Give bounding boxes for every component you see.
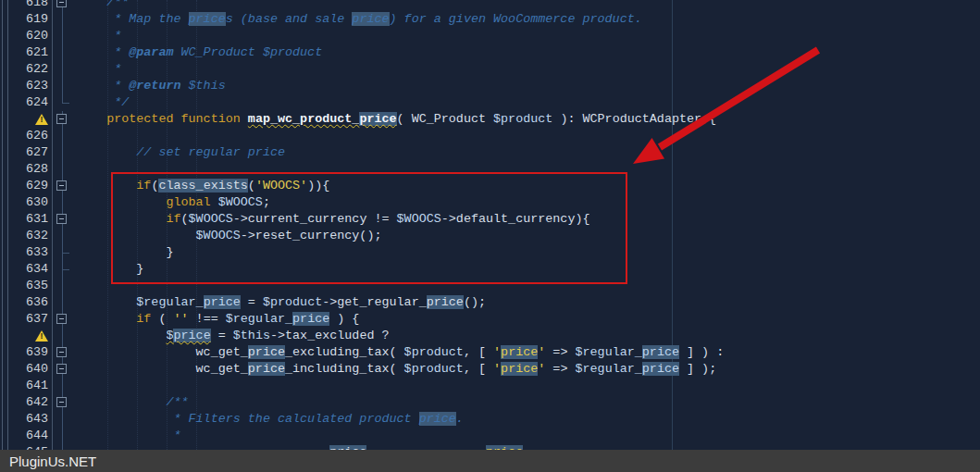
fold-guide <box>53 28 77 44</box>
code-line[interactable]: 644 * <box>0 428 980 444</box>
code-text: /** <box>77 394 189 411</box>
token: price <box>189 12 226 26</box>
token: price <box>248 362 285 376</box>
code-line[interactable]: 619 * Map the prices (base and sale pric… <box>0 11 980 28</box>
token: * <box>77 45 129 59</box>
code-line[interactable]: 627 // set regular price <box>0 144 980 161</box>
fold-guide <box>53 378 77 394</box>
fold-collapse-box-icon[interactable] <box>56 314 67 324</box>
code-line[interactable]: 640 wc_get_price_including_tax( $product… <box>0 361 980 378</box>
fold-collapse-box-icon[interactable] <box>56 180 67 191</box>
token: $this <box>181 79 226 93</box>
fold-guide <box>53 278 77 294</box>
token: price <box>248 345 285 359</box>
token: price <box>419 412 456 426</box>
token: ' <box>493 345 501 359</box>
fold-guide <box>53 94 77 111</box>
token: protected function <box>106 112 248 126</box>
fold-collapse-box-icon[interactable] <box>56 347 67 357</box>
code-text: protected function map_wc_product_price(… <box>77 111 716 128</box>
fold-guide <box>53 328 77 344</box>
watermark-bar: PluginUs.NET <box>0 450 980 472</box>
fold-collapse-box-icon[interactable] <box>56 214 67 224</box>
code-line[interactable]: 643 * Filters the calculated product pri… <box>0 411 980 428</box>
fold-guide <box>53 161 77 178</box>
line-number: 632 <box>9 228 53 244</box>
code-line[interactable]: 621 * @param WC_Product $product <box>0 44 980 61</box>
fold-toggle[interactable] <box>53 178 77 194</box>
token: price <box>352 12 389 26</box>
code-text: $price = $this->tax_excluded ? <box>77 328 390 344</box>
code-line[interactable]: ! $price = $this->tax_excluded ? <box>0 328 980 344</box>
token: price <box>204 295 241 309</box>
token: $regular_ <box>136 295 203 309</box>
code-line[interactable]: 642 /** <box>0 394 980 411</box>
token: ] ); <box>679 362 716 376</box>
fold-toggle[interactable] <box>53 111 77 128</box>
code-line[interactable]: ! protected function map_wc_product_pric… <box>0 111 980 128</box>
fold-toggle[interactable] <box>53 394 77 411</box>
code-text: * <box>77 61 121 78</box>
token: _excluding_tax( <box>285 345 404 359</box>
line-number: 631 <box>9 211 53 228</box>
line-number: 635 <box>9 278 53 294</box>
token: if <box>136 312 151 326</box>
token: ' <box>493 362 501 376</box>
token: * <box>77 62 121 76</box>
line-number: 626 <box>9 128 53 144</box>
code-text: * Filters the calculated product price. <box>77 411 464 428</box>
token: ): WCProductAdapter { <box>552 112 716 126</box>
fold-toggle[interactable] <box>53 0 77 11</box>
line-number: 628 <box>9 161 53 178</box>
code-line[interactable]: 637 if ( '' !== $regular_price ) { <box>0 311 980 328</box>
code-line[interactable]: 624 */ <box>0 94 980 111</box>
code-line[interactable]: 641 <box>0 378 980 394</box>
fold-collapse-box-icon[interactable] <box>56 114 67 124</box>
line-number: 639 <box>9 344 53 361</box>
line-number: 633 <box>9 244 53 261</box>
fold-collapse-box-icon[interactable] <box>56 364 67 374</box>
fold-guide <box>53 11 77 28</box>
line-number: ! <box>9 111 53 128</box>
code-line[interactable]: 623 * @return $this <box>0 78 980 94</box>
token: /** <box>77 395 189 409</box>
code-text: // set regular price <box>77 144 285 161</box>
token: $product <box>263 295 322 309</box>
warning-icon: ! <box>35 114 48 125</box>
token: $product <box>404 345 464 359</box>
line-number: 630 <box>9 194 53 211</box>
line-number: 642 <box>9 394 53 411</box>
token: , [ <box>464 362 493 376</box>
token: * <box>77 29 121 43</box>
fold-collapse-box-icon[interactable] <box>56 0 67 7</box>
code-line[interactable]: 620 * <box>0 28 980 44</box>
line-number: 624 <box>9 94 53 111</box>
fold-toggle[interactable] <box>53 311 77 328</box>
fold-toggle[interactable] <box>53 361 77 378</box>
code-text: wc_get_price_excluding_tax( $product, [ … <box>77 344 724 361</box>
line-number: 634 <box>9 261 53 278</box>
code-line[interactable]: 636 $regular_price = $product->get_regul… <box>0 294 980 311</box>
token: = <box>211 329 233 342</box>
token: $regular_ <box>226 312 292 326</box>
code-text: * Map the prices (base and sale price) f… <box>77 11 642 28</box>
code-line[interactable]: 622 * <box>0 61 980 78</box>
fold-toggle[interactable] <box>53 344 77 361</box>
fold-guide <box>53 244 77 261</box>
token: wc_get_ <box>77 362 248 376</box>
line-number: 627 <box>9 144 53 161</box>
fold-guide <box>53 61 77 78</box>
code-text: * @param WC_Product $product <box>77 44 322 61</box>
code-line[interactable]: 626 <box>0 128 980 144</box>
fold-collapse-box-icon[interactable] <box>56 397 67 407</box>
token: map_wc_product_ <box>248 112 360 126</box>
token: @param <box>129 45 173 59</box>
token <box>77 112 106 126</box>
code-line[interactable]: 639 wc_get_price_excluding_tax( $product… <box>0 344 980 361</box>
fold-guide <box>53 144 77 161</box>
token: ] ) : <box>679 345 724 359</box>
fold-toggle[interactable] <box>53 211 77 228</box>
code-line[interactable]: 618 /** <box>0 0 980 11</box>
line-number: 622 <box>9 61 53 78</box>
code-editor-window: 618 /**619 * Map the prices (base and sa… <box>0 0 980 472</box>
